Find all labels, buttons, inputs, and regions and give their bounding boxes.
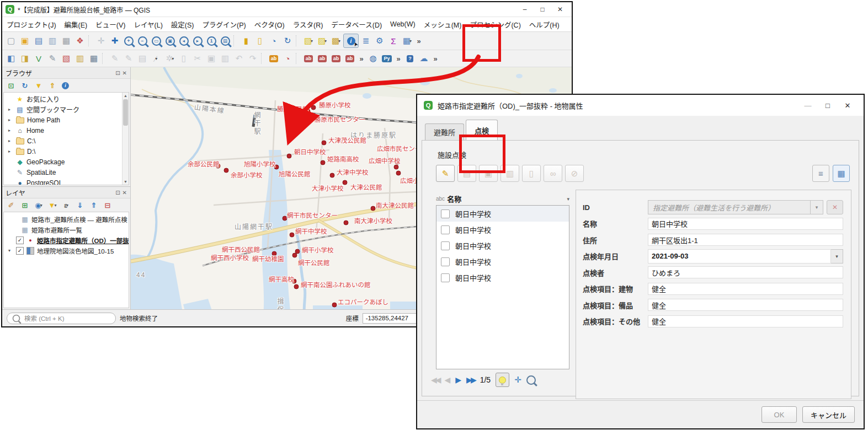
table-view-button[interactable]: ▦ [833,165,850,182]
expander-icon[interactable]: ▾ [8,248,13,253]
list-item[interactable]: 朝日中学校 [436,206,569,222]
refresh-browser-button[interactable]: ↻ [20,81,29,90]
last-feature-button[interactable]: ▶▶ [466,375,475,384]
browser-item-8[interactable]: ●PostgreSQL [4,178,129,185]
zoom-to-layer-button[interactable]: ▤ [219,34,232,47]
collapse-all-button[interactable]: ⇑ [48,81,57,90]
list-item[interactable]: 朝日中学校 [436,270,569,286]
select-features-button[interactable]: ▧▾ [302,34,315,47]
scroll-down-icon[interactable]: ▼ [123,179,129,185]
expand-all-button[interactable]: ⇓ [76,201,84,209]
filter-by-expression-button[interactable]: ε▾ [62,201,71,209]
metasearch-button[interactable]: ◍ [366,52,380,65]
layer-checkbox[interactable]: ✓ [16,237,24,244]
cloud-button[interactable]: ☁ [417,52,430,65]
browser-item-7[interactable]: ✎SpatiaLite [4,167,129,178]
cancel-button[interactable]: キャンセル [802,406,855,423]
list-item[interactable]: 朝日中学校 [436,238,569,254]
save-project-as-button[interactable]: ▥ [46,34,59,47]
chevron-down-icon[interactable]: ▾ [567,196,569,202]
select-by-form-button[interactable]: ▩▾ [329,34,343,47]
form-view-button[interactable]: ≡ [812,165,829,182]
search-input[interactable]: 検索 (Ctrl + K) [7,313,116,324]
new-geopackage-layer-button[interactable]: ▥ [73,52,87,65]
save-layer-edits-button[interactable]: ▤ [136,52,149,65]
toggle-editing-button[interactable]: ✎ [436,165,455,182]
menu-item-1[interactable]: 編集(E) [65,19,88,30]
refresh-map-button[interactable]: ↻ [281,34,294,47]
expander-icon[interactable]: ▸ [8,107,13,112]
add-spatialite-layer-button[interactable]: ✎ [46,52,59,65]
browser-scrollbar[interactable]: ▲ ▼ [122,93,129,185]
toggle-editing-button[interactable]: ✎ [122,52,135,65]
help-contents-button[interactable]: ? [403,52,417,65]
undo-button[interactable]: ↶ [232,52,246,65]
python-console-button[interactable]: Py [380,52,393,65]
close-button[interactable]: ✕ [552,4,568,15]
dialog-close-button[interactable]: ✕ [838,98,857,112]
scroll-thumb[interactable] [123,99,128,126]
add-child-feature-button[interactable]: ▣ [479,165,498,182]
tab-hinanjo[interactable]: 避難所 [425,123,464,140]
layer-row-1[interactable]: ▦姫路市避難所一覧 [4,224,129,235]
dialog-maximize-button[interactable]: □ [818,98,837,112]
browser-item-3[interactable]: ▸⌂Home [4,125,129,136]
link-feature-button[interactable]: ∞ [544,165,562,182]
list-checkbox[interactable] [441,257,450,266]
layer-diagram-button[interactable]: ◔ [281,52,294,65]
zoom-to-feature-icon[interactable] [526,375,536,385]
delete-selected-button[interactable]: ▯ [177,52,190,65]
expander-icon[interactable]: ▸ [8,149,13,154]
show-spatial-bookmarks-button[interactable]: ▯ [253,34,267,47]
zoom-full-button[interactable]: ▭ [150,34,163,47]
browser-item-5[interactable]: ▸D:\ [4,146,129,157]
browser-item-1[interactable]: ▸▤空間ブックマーク [4,104,129,115]
menu-item-5[interactable]: プラグイン(P) [203,19,246,30]
manage-map-themes-button[interactable]: ◉▾ [34,201,43,209]
browser-item-6[interactable]: ◆GeoPackage [4,157,129,167]
remove-layer-button[interactable]: ⊟ [103,201,112,209]
label-show-hide-button[interactable]: ab [343,52,356,65]
list-checkbox[interactable] [441,241,450,250]
scroll-up-icon[interactable]: ▲ [123,93,129,99]
previous-feature-button[interactable]: ◀ [445,375,451,384]
delete-child-feature-button[interactable]: ▯ [522,165,541,182]
browser-item-2[interactable]: ▸Home Path [4,115,129,125]
close-icon[interactable]: ✕ [123,70,127,76]
expander-icon[interactable]: ▸ [8,117,13,122]
new-project-button[interactable]: ▢ [4,34,18,47]
toolbar-overflow-2-button[interactable]: » [394,52,403,65]
unlink-feature-button[interactable]: ⊘ [565,165,584,182]
identify-features-button[interactable]: i➤ [343,34,359,48]
menu-item-4[interactable]: 設定(S) [171,19,194,30]
list-item[interactable]: 朝日中学校 [436,254,569,270]
menu-item-2[interactable]: ビュー(V) [95,19,125,30]
menu-item-0[interactable]: プロジェクト(J) [7,19,56,30]
tab-tenken[interactable]: 点検 [466,120,498,140]
text-input[interactable]: ひめまろ [648,266,843,278]
new-spatial-bookmark-button[interactable]: ▮ [239,34,253,47]
label-pin-button[interactable]: ab [302,52,315,65]
redo-button[interactable]: ↷ [246,52,259,65]
menu-item-9[interactable]: Web(W) [390,20,416,28]
toolbar-overflow-1-button[interactable]: » [357,52,366,65]
undock-icon[interactable]: ⊡ [115,70,120,76]
new-virtual-layer-button[interactable]: ▦ [87,52,100,65]
pan-map-button[interactable]: ✛ [94,34,108,47]
next-feature-button[interactable]: ▶ [455,375,461,384]
label-move-button[interactable]: ab [329,52,343,65]
browser-item-0[interactable]: ★お気に入り [4,94,129,104]
expander-icon[interactable]: ▸ [8,138,13,143]
expander-icon[interactable]: ▸ [8,128,13,133]
zoom-last-button[interactable]: ◂ [177,34,190,47]
text-input[interactable]: 健全 [648,299,843,311]
properties-button[interactable]: i [62,82,69,89]
add-selected-layers-button[interactable]: ⊡ [7,81,15,90]
style-manager-button[interactable]: ❖ [73,34,87,47]
minimize-button[interactable]: – [516,4,533,15]
zoom-out-button[interactable]: − [136,34,149,47]
text-input[interactable]: 健全 [648,283,843,295]
zoom-next-button[interactable]: ▸ [191,34,204,47]
menu-item-11[interactable]: プロセシング(C) [470,19,520,30]
toolbar-overflow-button[interactable]: » [414,34,423,47]
